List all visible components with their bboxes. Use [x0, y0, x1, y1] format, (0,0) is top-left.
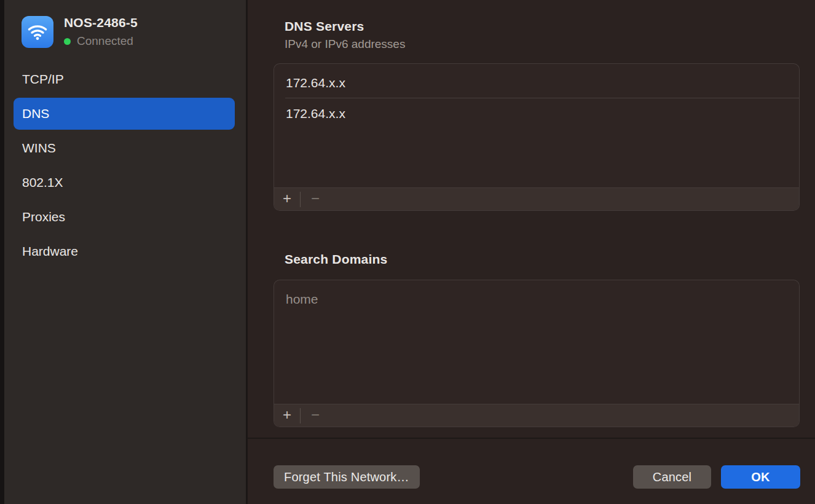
settings-menu: TCP/IP DNS WINS 802.1X Proxies Hardware — [0, 62, 246, 269]
screen-edge — [0, 0, 4, 504]
dns-servers-list: 172.64.x.x 172.64.x.x + − — [274, 63, 800, 211]
footer-divider — [248, 438, 815, 439]
remove-dns-server-button[interactable]: − — [301, 188, 330, 211]
sidebar-item-label: Proxies — [22, 210, 65, 224]
dns-server-entry[interactable]: 172.64.x.x — [274, 98, 799, 128]
dns-settings-panel: DNS Servers IPv4 or IPv6 addresses 172.6… — [248, 0, 815, 504]
cancel-button[interactable]: Cancel — [633, 465, 711, 489]
sidebar-item-label: WINS — [22, 141, 56, 156]
search-domains-title: Search Domains — [285, 252, 387, 267]
sidebar-item-tcpip[interactable]: TCP/IP — [0, 62, 246, 96]
wifi-icon — [22, 16, 53, 48]
sidebar-item-wins[interactable]: WINS — [0, 131, 246, 165]
connection-status: Connected — [77, 34, 133, 48]
search-domain-entry[interactable]: home — [274, 284, 799, 314]
network-header: NOS-2486-5 Connected — [22, 15, 138, 48]
dns-servers-subtitle: IPv4 or IPv6 addresses — [285, 37, 405, 51]
search-domains-toolbar: + − — [274, 404, 799, 427]
sidebar-item-label: TCP/IP — [22, 72, 64, 87]
sidebar-item-label: Hardware — [22, 244, 78, 259]
network-name: NOS-2486-5 — [64, 15, 138, 30]
sidebar-item-label: 802.1X — [22, 175, 63, 190]
sidebar-item-proxies[interactable]: Proxies — [0, 200, 246, 234]
ok-button[interactable]: OK — [721, 465, 800, 489]
connected-status-dot — [64, 38, 71, 45]
sidebar-item-dns[interactable]: DNS — [0, 96, 246, 131]
add-dns-server-button[interactable]: + — [274, 188, 300, 211]
add-search-domain-button[interactable]: + — [274, 404, 300, 427]
dns-server-entry[interactable]: 172.64.x.x — [274, 68, 799, 98]
sidebar-item-hardware[interactable]: Hardware — [0, 234, 246, 269]
search-domains-list: home + − — [274, 280, 800, 427]
sidebar-item-8021x[interactable]: 802.1X — [0, 165, 246, 200]
network-details-sidebar: NOS-2486-5 Connected TCP/IP DNS WINS 802… — [0, 0, 246, 504]
forget-network-button[interactable]: Forget This Network… — [274, 465, 420, 489]
dns-servers-title: DNS Servers — [285, 19, 364, 34]
remove-search-domain-button[interactable]: − — [301, 404, 330, 427]
dns-servers-toolbar: + − — [274, 187, 799, 210]
sidebar-item-label: DNS — [22, 106, 49, 121]
